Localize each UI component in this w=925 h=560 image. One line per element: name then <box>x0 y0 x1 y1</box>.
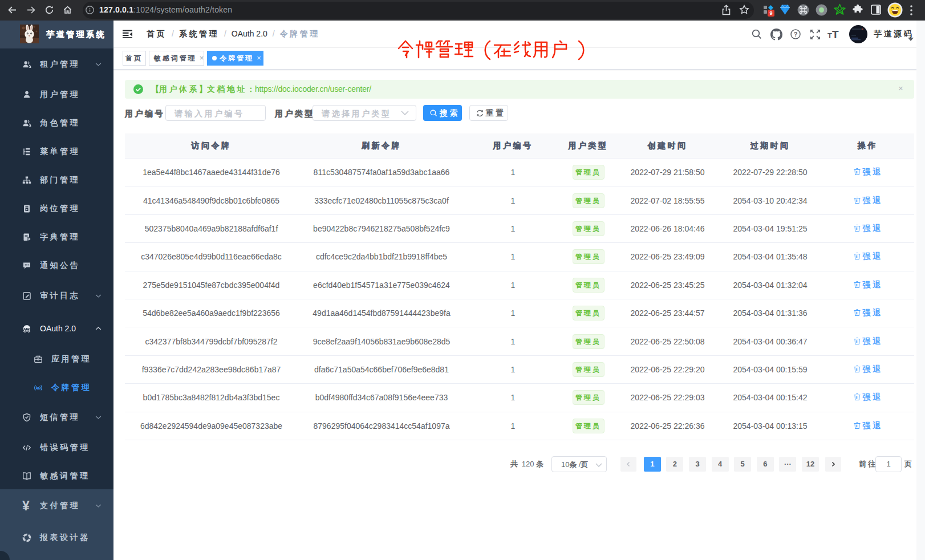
svg-text:a: a <box>37 385 40 391</box>
svg-text:?: ? <box>794 31 798 38</box>
